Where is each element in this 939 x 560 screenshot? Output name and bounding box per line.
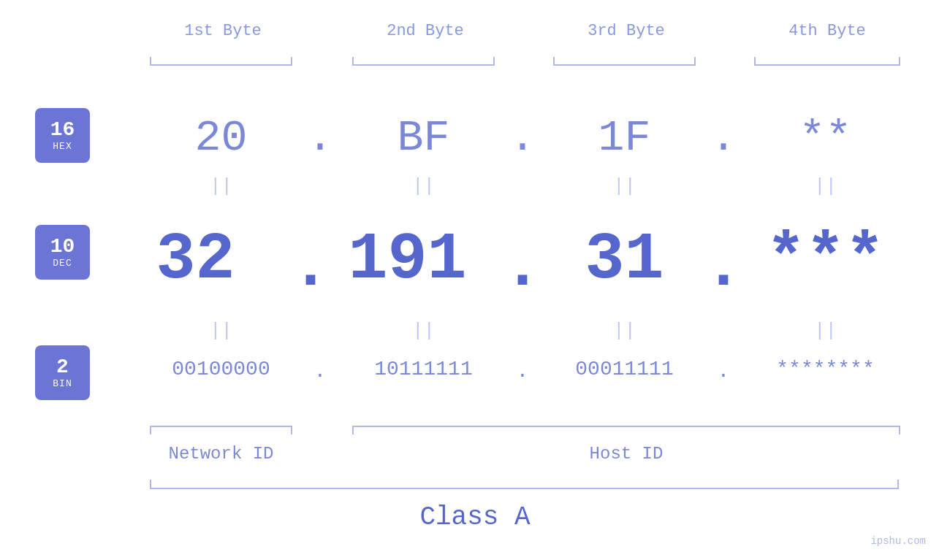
dec-badge-number: 10 (50, 236, 75, 258)
bin-value-1: 00100000 (150, 358, 292, 380)
dec-dot-2: . (501, 230, 544, 304)
bracket-top-2 (352, 64, 495, 66)
bracket-top-1 (150, 64, 292, 66)
bracket-top-4 (754, 64, 900, 66)
hex-value-1: 20 (150, 113, 292, 163)
bin-value-3: 00011111 (553, 358, 696, 380)
bracket-tick-top-1l (150, 57, 151, 64)
bin-dot-2: . (501, 360, 544, 383)
dec-value-1: 32 (124, 223, 267, 297)
hex-dot-1: . (298, 113, 342, 163)
network-id-label: Network ID (150, 444, 292, 464)
bracket-bot-tick-2r (899, 426, 900, 434)
bin-badge-number: 2 (56, 356, 69, 379)
equals-hex-4: || (754, 175, 897, 197)
equals-dec-3: || (553, 320, 696, 342)
bracket-tick-top-2r (493, 57, 495, 64)
col3-header: 3rd Byte (553, 22, 699, 40)
bracket-tick-top-2l (352, 57, 354, 64)
equals-hex-1: || (150, 175, 292, 197)
bin-value-2: 10111111 (352, 358, 495, 380)
bracket-tick-top-3r (694, 57, 696, 64)
bin-badge: 2 BIN (35, 345, 90, 400)
hex-value-3: 1F (553, 113, 696, 163)
main-container: 16 HEX 10 DEC 2 BIN 1st Byte 2nd Byte 3r… (0, 0, 939, 560)
bracket-tick-top-3l (553, 57, 555, 64)
bin-badge-label: BIN (53, 378, 72, 389)
hex-badge-number: 16 (50, 119, 75, 142)
dec-dot-3: . (702, 230, 745, 304)
dec-dot-1: . (289, 230, 332, 304)
watermark: ipshu.com (870, 535, 926, 547)
class-label: Class A (365, 502, 585, 532)
dec-value-2: 191 (336, 223, 479, 297)
equals-dec-1: || (150, 320, 292, 342)
bracket-class-tick-right (897, 480, 899, 488)
bracket-tick-top-1r (291, 57, 292, 64)
bracket-top-3 (553, 64, 696, 66)
bracket-bot-net (150, 426, 292, 427)
bin-dot-1: . (298, 360, 342, 383)
equals-dec-2: || (352, 320, 495, 342)
equals-hex-3: || (553, 175, 696, 197)
dec-badge: 10 DEC (35, 225, 90, 280)
bracket-bot-host (352, 426, 900, 427)
hex-value-4: ** (754, 113, 897, 163)
equals-dec-4: || (754, 320, 897, 342)
host-id-label: Host ID (352, 444, 900, 464)
dec-value-3: 31 (553, 223, 696, 297)
bracket-tick-top-4r (899, 57, 900, 64)
dec-badge-label: DEC (53, 258, 72, 269)
hex-value-2: BF (352, 113, 495, 163)
bracket-class (150, 488, 899, 489)
hex-dot-3: . (702, 113, 745, 163)
hex-badge-label: HEX (53, 141, 72, 152)
col4-header: 4th Byte (754, 22, 900, 40)
equals-hex-2: || (352, 175, 495, 197)
bin-value-4: ******** (754, 358, 897, 380)
col2-header: 2nd Byte (352, 22, 498, 40)
hex-dot-2: . (501, 113, 544, 163)
bracket-bot-tick-1r (291, 426, 292, 434)
bracket-tick-top-4l (754, 57, 756, 64)
bin-dot-3: . (702, 360, 745, 383)
hex-badge: 16 HEX (35, 108, 90, 163)
col1-header: 1st Byte (150, 22, 296, 40)
dec-value-4: *** (754, 223, 897, 297)
